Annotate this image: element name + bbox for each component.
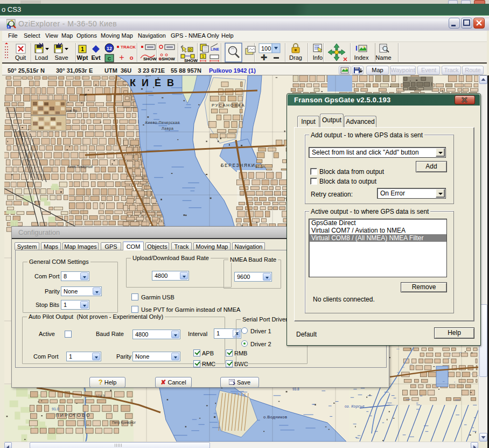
svg-text:284: 284: [145, 75, 151, 77]
svg-text:o: o: [130, 54, 134, 61]
svg-text:oSHOW: oSHOW: [159, 57, 175, 61]
svg-text:ПИРОГОВО: ПИРОГОВО: [55, 412, 91, 418]
svg-text:LINE: LINE: [211, 47, 219, 51]
svg-text:1: 1: [81, 46, 84, 52]
svg-text:I: I: [355, 44, 358, 52]
svg-text:TRACK: TRACK: [121, 45, 136, 50]
svg-text:C: C: [108, 56, 111, 61]
svg-text:Save: Save: [54, 54, 68, 61]
svg-text:Лавра: Лавра: [162, 127, 174, 131]
svg-text:Quit: Quit: [15, 54, 26, 61]
svg-text:РУСАНОВКА: РУСАНОВКА: [212, 103, 245, 108]
svg-text:91.0: 91.0: [52, 407, 59, 411]
svg-text:Wpt: Wpt: [77, 54, 88, 61]
svg-text:о.Водников: о.Водников: [263, 415, 288, 419]
svg-text:+: +: [119, 53, 124, 62]
svg-text:100: 100: [261, 45, 271, 52]
svg-text:1: 1: [202, 54, 204, 58]
svg-text:93.8: 93.8: [292, 387, 299, 391]
svg-text:Петр Кривоног: Петр Кривоног: [112, 421, 136, 425]
svg-text:КИЕВ: КИЕВ: [130, 78, 180, 88]
svg-text:Drag: Drag: [289, 54, 302, 61]
svg-text:оз. Корсье: оз. Корсье: [345, 404, 365, 409]
svg-text:Киево-Печерская: Киево-Печерская: [145, 121, 180, 125]
svg-text:БЕРЕЗНЯКИ: БЕРЕЗНЯКИ: [221, 163, 255, 168]
svg-text:97.5: 97.5: [255, 165, 263, 169]
svg-text:174.3: 174.3: [96, 394, 105, 398]
svg-text:SHOW: SHOW: [184, 58, 198, 63]
svg-text:Load: Load: [35, 54, 48, 61]
svg-text:12: 12: [107, 46, 112, 51]
svg-text:Name: Name: [375, 54, 391, 61]
svg-text:Киев-Товарный: Киев-Товарный: [68, 165, 93, 169]
svg-text:Index: Index: [354, 54, 369, 61]
svg-text:O: O: [188, 48, 192, 52]
svg-text:✚: ✚: [261, 53, 268, 62]
svg-text:Evt: Evt: [91, 54, 100, 61]
svg-text:SHOW: SHOW: [143, 57, 157, 61]
svg-text:Info: Info: [313, 54, 323, 61]
